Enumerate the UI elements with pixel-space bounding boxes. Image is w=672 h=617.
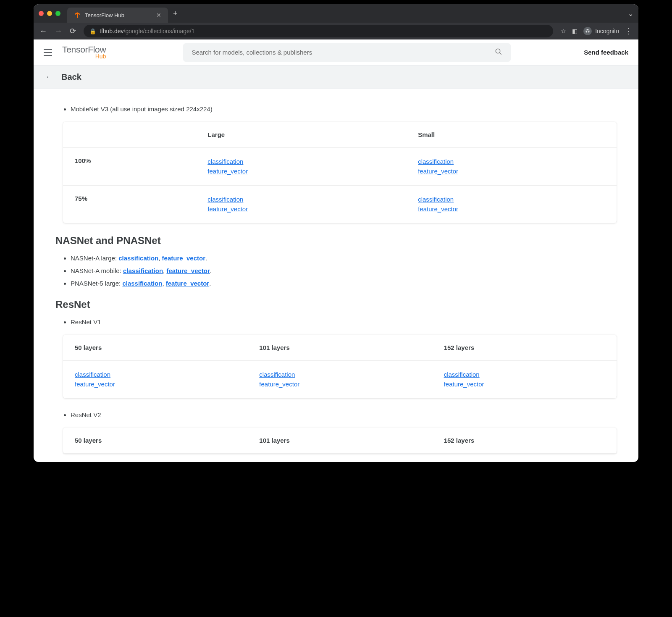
classification-link[interactable]: classification xyxy=(118,255,158,262)
classification-link[interactable]: classification xyxy=(444,370,605,380)
classification-link[interactable]: classification xyxy=(207,157,394,167)
item-prefix: PNASNet-5 large: xyxy=(71,280,122,287)
resnet-v1-table: 50 layers 101 layers 152 layers classifi… xyxy=(63,335,617,398)
browser-tab[interactable]: TensorFlow Hub ✕ xyxy=(67,8,168,23)
brand-sub: Hub xyxy=(95,53,106,60)
url-toolbar: ← → ⟳ 🔒 tfhub.dev/google/collections/ima… xyxy=(34,23,638,39)
feature-vector-link[interactable]: feature_vector xyxy=(418,167,605,176)
item-prefix: NASNet-A mobile: xyxy=(71,267,123,274)
chrome-tab-strip: TensorFlow Hub ✕ + ⌄ xyxy=(34,4,638,23)
incognito-badge: Incognito xyxy=(583,27,619,35)
maximize-window-button[interactable] xyxy=(55,11,60,16)
table-row: 100% classification feature_vector class… xyxy=(63,148,617,186)
search-placeholder: Search for models, collections & publish… xyxy=(192,49,312,56)
table-header: Large xyxy=(196,122,406,148)
url-text: tfhub.dev/google/collections/image/1 xyxy=(100,28,195,34)
classification-link[interactable]: classification xyxy=(418,195,605,205)
back-label[interactable]: Back xyxy=(61,72,81,82)
table-row: 75% classification feature_vector classi… xyxy=(63,186,617,223)
classification-link[interactable]: classification xyxy=(123,267,163,274)
feature-vector-link[interactable]: feature_vector xyxy=(166,267,210,274)
classification-link[interactable]: classification xyxy=(75,370,236,380)
table-header: 50 layers xyxy=(63,428,247,454)
site-header: TensorFlow Hub Search for models, collec… xyxy=(34,39,638,66)
resnet-v2-heading: ResNet V2 xyxy=(71,410,617,420)
incognito-label: Incognito xyxy=(595,28,619,34)
brand-logo[interactable]: TensorFlow Hub xyxy=(62,45,106,60)
chrome-menu-icon[interactable]: ⋮ xyxy=(625,26,633,36)
classification-link[interactable]: classification xyxy=(122,280,162,287)
tab-title: TensorFlow Hub xyxy=(85,12,152,18)
table-header: Small xyxy=(406,122,617,148)
mobilenet-table: Large Small 100% classification feature_… xyxy=(63,122,617,223)
back-subheader: ← Back xyxy=(34,66,638,89)
bookmark-icon[interactable]: ☆ xyxy=(561,28,566,34)
search-input[interactable]: Search for models, collections & publish… xyxy=(183,43,511,62)
search-icon xyxy=(495,48,502,57)
nasnet-heading: NASNet and PNASNet xyxy=(55,235,617,247)
table-row: Large Small xyxy=(63,122,617,148)
reload-button[interactable]: ⟳ xyxy=(70,26,76,36)
table-header: 152 layers xyxy=(432,428,617,454)
classification-link[interactable]: classification xyxy=(207,195,394,205)
feature-vector-link[interactable]: feature_vector xyxy=(418,205,605,214)
table-header xyxy=(63,122,196,148)
list-item: PNASNet-5 large: classification, feature… xyxy=(71,278,617,289)
table-header: 152 layers xyxy=(432,335,617,361)
table-header: 101 layers xyxy=(247,428,432,454)
row-label: 100% xyxy=(63,148,196,186)
feature-vector-link[interactable]: feature_vector xyxy=(444,380,605,389)
window-controls xyxy=(39,11,60,16)
svg-line-1 xyxy=(500,53,502,55)
browser-window: TensorFlow Hub ✕ + ⌄ ← → ⟳ 🔒 tfhub.dev/g… xyxy=(34,4,638,462)
row-label: 75% xyxy=(63,186,196,223)
lock-icon: 🔒 xyxy=(89,28,96,34)
nav-forward-button[interactable]: → xyxy=(55,27,62,36)
resnet-v1-heading: ResNet V1 xyxy=(71,317,617,327)
incognito-icon xyxy=(583,27,592,35)
table-row: classification feature_vector classifica… xyxy=(63,361,617,399)
close-tab-icon[interactable]: ✕ xyxy=(156,12,161,18)
resnet-v2-table: 50 layers 101 layers 152 layers xyxy=(63,428,617,454)
address-bar[interactable]: 🔒 tfhub.dev/google/collections/image/1 xyxy=(84,25,553,37)
feature-vector-link[interactable]: feature_vector xyxy=(75,380,236,389)
back-arrow-icon[interactable]: ← xyxy=(45,73,53,81)
menu-button[interactable] xyxy=(44,49,52,56)
list-item: NASNet-A mobile: classification, feature… xyxy=(71,266,617,276)
send-feedback-link[interactable]: Send feedback xyxy=(584,49,628,56)
table-header: 101 layers xyxy=(247,335,432,361)
page-content: MobileNet V3 (all use input images sized… xyxy=(34,89,638,462)
close-window-button[interactable] xyxy=(39,11,44,16)
feature-vector-link[interactable]: feature_vector xyxy=(166,280,209,287)
extensions-icon[interactable]: ◧ xyxy=(572,28,578,34)
feature-vector-link[interactable]: feature_vector xyxy=(207,205,394,214)
svg-point-0 xyxy=(496,49,501,53)
minimize-window-button[interactable] xyxy=(47,11,52,16)
toolbar-right: ☆ ◧ Incognito ⋮ xyxy=(561,26,633,36)
mobilenet-v3-heading: MobileNet V3 (all use input images sized… xyxy=(71,104,617,114)
tabs-overflow-icon[interactable]: ⌄ xyxy=(628,10,633,18)
new-tab-button[interactable]: + xyxy=(173,9,178,18)
feature-vector-link[interactable]: feature_vector xyxy=(259,380,420,389)
item-prefix: NASNet-A large: xyxy=(71,255,118,262)
list-item: NASNet-A large: classification, feature_… xyxy=(71,253,617,263)
table-row: 50 layers 101 layers 152 layers xyxy=(63,428,617,454)
table-header: 50 layers xyxy=(63,335,247,361)
classification-link[interactable]: classification xyxy=(418,157,605,167)
table-row: 50 layers 101 layers 152 layers xyxy=(63,335,617,361)
nav-back-button[interactable]: ← xyxy=(39,27,47,36)
resnet-heading: ResNet xyxy=(55,299,617,310)
feature-vector-link[interactable]: feature_vector xyxy=(162,255,205,262)
classification-link[interactable]: classification xyxy=(259,370,420,380)
tensorflow-icon xyxy=(74,12,81,18)
feature-vector-link[interactable]: feature_vector xyxy=(207,167,394,176)
